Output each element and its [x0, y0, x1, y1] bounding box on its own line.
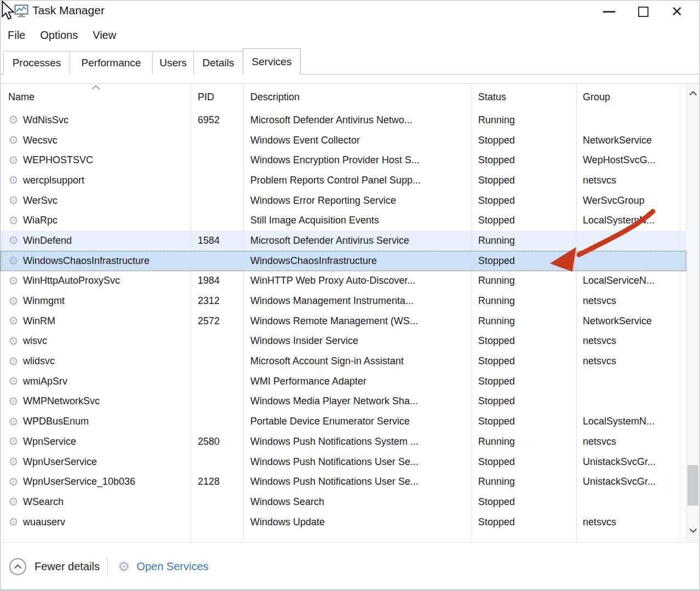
vertical-scrollbar[interactable]	[686, 84, 699, 542]
service-description: Problem Reports Control Panel Supp...	[243, 170, 472, 191]
table-row[interactable]: ⚙ WindowsChaosInfrastructure WindowsChao…	[1, 251, 686, 271]
table-row[interactable]: ⚙ wuauserv Windows Update Stopped netsvc…	[1, 512, 686, 532]
column-header-status[interactable]: Status	[472, 84, 576, 110]
service-status: Stopped	[472, 492, 576, 512]
service-pid	[191, 130, 243, 151]
service-pid	[191, 351, 243, 371]
table-row[interactable]: ⚙ WEPHOSTSVC Windows Encryption Provider…	[1, 150, 686, 170]
menu-view[interactable]: View	[93, 29, 116, 42]
service-group: netsvcs	[576, 512, 680, 532]
chevron-up-circle-icon	[14, 564, 22, 569]
service-pid: 1584	[191, 231, 243, 251]
menu-file[interactable]: File	[8, 29, 25, 42]
service-table-body: ⚙ WdNisSvc 6952 Microsoft Defender Antiv…	[1, 110, 699, 532]
tab-performance[interactable]: Performance	[70, 51, 153, 74]
window-title: Task Manager	[32, 4, 105, 17]
service-status: Stopped	[472, 351, 576, 371]
services-gear-icon: ⚙	[118, 559, 130, 575]
table-row[interactable]: ⚙ WMPNetworkSvc Windows Media Player Net…	[1, 392, 686, 412]
table-row[interactable]: ⚙ WpnService 2580 Windows Push Notificat…	[1, 432, 686, 452]
table-row[interactable]: ⚙ WpnUserService_10b036 2128 Windows Pus…	[1, 472, 686, 492]
service-group: netsvcs	[576, 432, 680, 452]
column-divider[interactable]	[243, 84, 244, 542]
column-divider[interactable]	[576, 84, 577, 542]
fewer-details-label[interactable]: Fewer details	[35, 560, 100, 573]
service-description: Windows Remote Management (WS...	[243, 311, 472, 331]
service-description: Windows Push Notifications System ...	[243, 432, 472, 452]
fewer-details-button[interactable]	[9, 558, 26, 575]
table-row[interactable]: ⚙ WpnUserService Windows Push Notificati…	[1, 452, 686, 472]
column-header-group[interactable]: Group	[576, 84, 680, 110]
minimize-button[interactable]	[592, 1, 626, 22]
tab-details[interactable]: Details	[193, 51, 243, 74]
service-name: wlidsvc	[23, 355, 55, 367]
table-row[interactable]: ⚙ wisvc Windows Insider Service Stopped …	[1, 331, 686, 352]
table-row[interactable]: ⚙ WdNisSvc 6952 Microsoft Defender Antiv…	[1, 110, 686, 130]
menu-options[interactable]: Options	[40, 29, 78, 42]
service-group	[576, 492, 680, 512]
table-row[interactable]: ⚙ Winmgmt 2312 Windows Management Instru…	[1, 291, 686, 311]
table-row[interactable]: ⚙ wercplsupport Problem Reports Control …	[1, 170, 686, 191]
table-row[interactable]: ⚙ Wecsvc Windows Event Collector Stopped…	[1, 130, 686, 151]
service-name: wuauserv	[23, 517, 65, 528]
tab-users[interactable]: Users	[152, 51, 194, 74]
service-name: WpnUserService	[23, 456, 97, 468]
table-row[interactable]: ⚙ WiaRpc Still Image Acquisition Events …	[1, 210, 686, 231]
service-status: Stopped	[472, 392, 576, 412]
task-manager-app-icon	[14, 4, 28, 18]
chevron-down-icon	[689, 528, 697, 533]
service-description: Windows Search	[243, 492, 472, 512]
service-gear-icon: ⚙	[8, 455, 23, 468]
service-status: Stopped	[472, 452, 576, 472]
service-status: Running	[472, 231, 576, 251]
maximize-button[interactable]	[626, 1, 660, 22]
service-group: netsvcs	[576, 170, 680, 191]
service-pid: 2128	[191, 472, 243, 492]
scroll-down-button[interactable]	[686, 521, 699, 540]
service-gear-icon: ⚙	[8, 254, 23, 267]
table-row[interactable]: ⚙ WinRM 2572 Windows Remote Management (…	[1, 311, 686, 331]
column-divider[interactable]	[472, 84, 472, 542]
service-name: WinDefend	[23, 235, 72, 246]
service-group: netsvcs	[576, 351, 680, 371]
table-row[interactable]: ⚙ WinDefend 1584 Microsoft Defender Anti…	[1, 231, 686, 251]
service-name: wisvc	[23, 335, 47, 347]
service-name: WiaRpc	[23, 215, 58, 226]
service-group	[576, 392, 680, 412]
table-row[interactable]: ⚙ WinHttpAutoProxySvc 1984 WinHTTP Web P…	[1, 271, 686, 291]
service-name: WpnService	[23, 436, 76, 447]
sort-ascending-icon	[91, 85, 101, 90]
table-row[interactable]: ⚙ WPDBusEnum Portable Device Enumerator …	[1, 411, 686, 432]
service-pid	[191, 392, 243, 412]
service-description: Windows Error Reporting Service	[243, 191, 472, 211]
open-services-link[interactable]: ⚙ Open Services	[118, 559, 209, 575]
minimize-icon	[603, 11, 615, 13]
table-row[interactable]: ⚙ wlidsvc Microsoft Account Sign-in Assi…	[1, 351, 686, 371]
service-gear-icon: ⚙	[8, 274, 23, 288]
window-bottom-edge	[1, 589, 699, 590]
service-status: Running	[472, 271, 576, 291]
tab-processes[interactable]: Processes	[3, 51, 70, 74]
column-header-pid[interactable]: PID	[191, 84, 243, 110]
scrollbar-thumb[interactable]	[687, 465, 698, 506]
service-name: WMPNetworkSvc	[23, 395, 100, 407]
table-row[interactable]: ⚙ wmiApSrv WMI Performance Adapter Stopp…	[1, 371, 686, 392]
service-description: Portable Device Enumerator Service	[243, 411, 472, 432]
service-pid	[191, 251, 243, 271]
service-gear-icon: ⚙	[8, 515, 23, 529]
close-button[interactable]: ✕	[660, 1, 694, 22]
service-group: LocalSystemN...	[576, 210, 680, 231]
table-row[interactable]: ⚙ WSearch Windows Search Stopped	[1, 492, 686, 512]
service-name: Wecsvc	[23, 135, 58, 146]
service-group	[576, 231, 680, 251]
column-divider[interactable]	[191, 84, 191, 542]
table-row[interactable]: ⚙ WerSvc Windows Error Reporting Service…	[1, 191, 686, 211]
chevron-up-icon	[689, 91, 697, 96]
service-group: NetworkService	[576, 311, 680, 331]
service-group	[576, 110, 680, 130]
column-divider[interactable]	[680, 84, 680, 542]
scroll-up-button[interactable]	[686, 84, 699, 102]
maximize-icon	[638, 7, 649, 17]
tab-services[interactable]: Services	[243, 48, 301, 75]
column-header-description[interactable]: Description	[243, 84, 472, 110]
